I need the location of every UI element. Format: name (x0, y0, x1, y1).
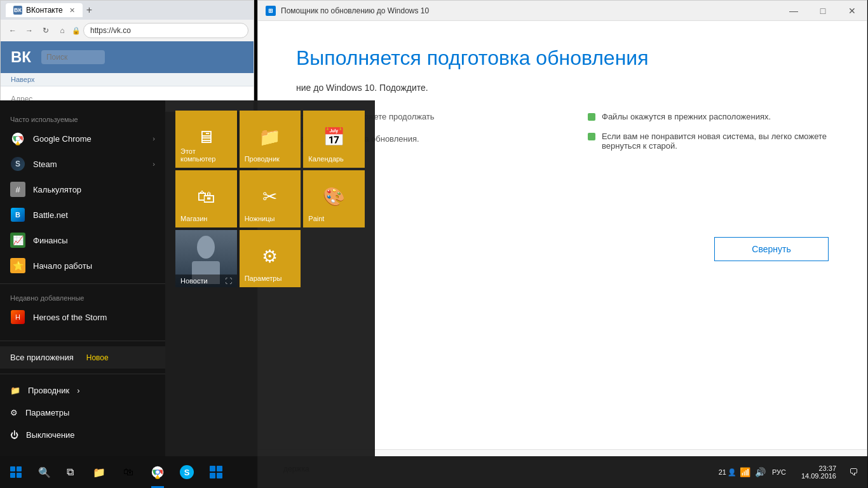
feature-dot-2 (588, 133, 595, 140)
taskbar-right: 21 👤 📶 🔊 РУС 23:37 14.09.2016 🗨 (714, 456, 868, 488)
tile-snipping-label: Ножницы (245, 215, 275, 222)
taskbar-store-icon: 🛍 (121, 464, 136, 480)
minimize-update-button[interactable]: Свернуть (714, 237, 829, 261)
settings-label: Параметры (25, 408, 69, 417)
taskbar-chrome-icon (150, 464, 165, 480)
start-divider (0, 283, 165, 284)
tile-snipping[interactable]: ✂ Ножницы (240, 170, 301, 227)
minimize-button[interactable]: — (779, 1, 808, 21)
browser-tab[interactable]: ВК ВКонтакте ✕ (6, 3, 83, 17)
steam-label: Steam (33, 159, 57, 169)
svg-point-6 (156, 470, 159, 474)
start-app-chrome[interactable]: Google Chrome › (0, 126, 165, 151)
maximize-button[interactable]: □ (808, 1, 837, 21)
tile-news-image: Новости ⛶ (175, 230, 237, 287)
taskbar-search-button[interactable]: 🔍 (32, 456, 57, 488)
tray-volume-icon[interactable]: 🔊 (754, 466, 767, 478)
new-badge: Новое (86, 353, 109, 362)
tile-paint-icon: 🎨 (323, 186, 345, 207)
vk-favicon: ВК (13, 6, 22, 15)
taskbar-app-explorer[interactable]: 📁 (85, 456, 113, 488)
heroes-label: Heroes of the Storm (33, 313, 107, 322)
taskbar-explorer-icon: 📁 (92, 464, 107, 480)
browser-window: ВК ВКонтакте ✕ + ← → ↻ ⌂ 🔒 ВК Наверх Адр… (0, 0, 254, 102)
tile-settings-label: Параметры (245, 274, 282, 282)
tray-network-icon[interactable]: 📶 (739, 466, 752, 478)
update-heading: Выполняется подготовка обновления (296, 46, 829, 70)
reload-button[interactable]: ↻ (39, 24, 53, 37)
tile-news-label: Новости (180, 277, 208, 285)
taskbar-app-skype[interactable]: S (173, 456, 201, 488)
tile-explorer[interactable]: 📁 Проводник (240, 111, 301, 168)
tray-count: 21 (719, 468, 726, 476)
heroes-icon: H (10, 309, 25, 325)
taskbar-app-store[interactable]: 🛍 (114, 456, 142, 488)
tile-this-computer[interactable]: 🖥 Этот компьютер (175, 111, 237, 168)
taskbar-clock[interactable]: 23:37 14.09.2016 (796, 456, 841, 488)
chrome-label: Google Chrome (33, 134, 92, 144)
start-tiles-panel: 🖥 Этот компьютер 📁 Проводник 📅 Календарь… (165, 100, 375, 456)
tile-store-label: Магазин (180, 215, 207, 222)
feature-text-1: Файлы окажутся в прежних расположениях. (602, 112, 771, 121)
start-bottom-items: Все приложения Новое 📁 Проводник › ⚙ Пар… (0, 336, 165, 446)
feature-item-1: Файлы окажутся в прежних расположениях. (588, 112, 829, 121)
tile-settings-icon: ⚙ (262, 246, 278, 267)
svg-point-2 (197, 236, 215, 259)
tile-calendar[interactable]: 📅 Календарь (303, 111, 365, 168)
tray-language[interactable]: РУС (770, 468, 789, 476)
taskbar-app-chrome[interactable] (144, 456, 172, 488)
start-app-finance[interactable]: 📈 Финансы (0, 227, 165, 253)
all-apps-label: Все приложения (10, 353, 74, 362)
tray-notifications-badge[interactable]: 21 👤 (719, 468, 736, 477)
start-app-steam[interactable]: S Steam › (0, 151, 165, 177)
tile-settings[interactable]: ⚙ Параметры (240, 230, 301, 287)
taskbar-windows-icon (208, 464, 224, 480)
feature-text-2: Если вам не понравится новая система, вы… (602, 132, 829, 151)
start-divider-3 (0, 374, 165, 374)
close-button[interactable]: ✕ (837, 1, 867, 21)
vk-header: ВК (1, 41, 254, 73)
browser-controls: ← → ↻ ⌂ 🔒 (1, 20, 254, 41)
tab-close-button[interactable]: ✕ (69, 6, 75, 15)
finance-label: Финансы (33, 236, 68, 245)
clock-time: 23:37 (818, 464, 836, 472)
start-divider-2 (0, 341, 165, 341)
tile-news[interactable]: Новости ⛶ (175, 230, 237, 287)
start-menu: Часто используемые Google Chrome › S Ste… (0, 100, 375, 456)
start-explorer[interactable]: 📁 Проводник › (0, 379, 165, 402)
update-features: Файлы окажутся в прежних расположениях. … (588, 112, 829, 161)
forward-button[interactable]: → (22, 24, 36, 37)
tile-computer-label: Этот компьютер (180, 147, 232, 163)
start-app-calculator[interactable]: # Калькулятор (0, 177, 165, 202)
action-center-button[interactable]: 🗨 (844, 456, 863, 488)
titlebar-controls: — □ ✕ (779, 1, 867, 21)
update-info-row: которое время. Можете продолжать рать вр… (296, 112, 829, 161)
address-bar[interactable] (83, 23, 248, 38)
tile-store-icon: 🛍 (197, 186, 215, 207)
all-apps-button[interactable]: Все приложения Новое (0, 346, 165, 369)
new-tab-button[interactable]: + (86, 4, 92, 16)
tile-explorer-label: Проводник (245, 155, 280, 163)
tile-snipping-icon: ✂ (262, 186, 277, 207)
start-app-startwork[interactable]: ⭐ Начало работы (0, 253, 165, 278)
start-button[interactable] (0, 456, 32, 488)
finance-icon: 📈 (10, 233, 25, 248)
tile-paint-label: Paint (308, 215, 324, 222)
start-app-battle[interactable]: B Battle.net (0, 202, 165, 227)
tile-paint[interactable]: 🎨 Paint (303, 170, 365, 227)
tile-store[interactable]: 🛍 Магазин (175, 170, 237, 227)
home-button[interactable]: ⌂ (55, 24, 69, 37)
back-button[interactable]: ← (6, 24, 20, 37)
startwork-icon: ⭐ (10, 258, 25, 273)
vk-nav-bar: Наверх (1, 73, 254, 86)
task-view-button[interactable]: ⧉ (57, 456, 83, 488)
vk-logo: ВК (11, 48, 31, 66)
taskbar-app-windows[interactable] (202, 456, 230, 488)
start-settings[interactable]: ⚙ Параметры (0, 402, 165, 424)
start-app-heroes[interactable]: H Heroes of the Storm (0, 304, 165, 330)
tile-news-overlay: Новости ⛶ (175, 274, 237, 287)
steam-arrow: › (153, 160, 155, 168)
start-power[interactable]: ⏻ Выключение (0, 424, 165, 446)
vk-nav-up[interactable]: Наверх (11, 76, 34, 83)
vk-search-input[interactable] (41, 50, 105, 64)
